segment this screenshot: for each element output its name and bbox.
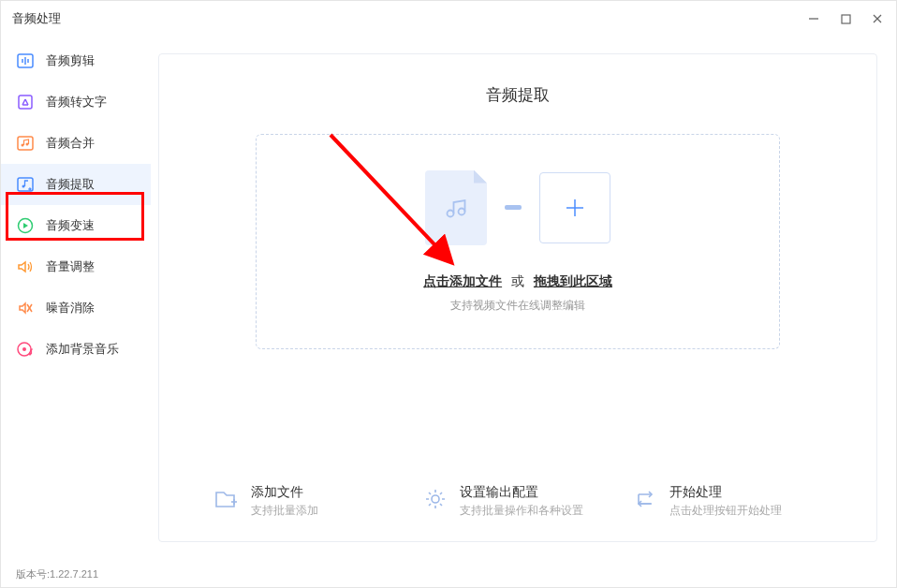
drag-text: 拖拽到此区域	[534, 273, 612, 288]
sidebar: 音频剪辑 音频转文字 音频合并 音频提取 音频变速	[1, 37, 151, 561]
version-value: 1.22.7.211	[50, 568, 98, 580]
action-title: 添加文件	[251, 484, 318, 501]
sidebar-item-audio-speed[interactable]: 音频变速	[1, 205, 151, 246]
drop-zone-graphic	[425, 170, 610, 245]
maximize-button[interactable]	[838, 11, 853, 26]
process-icon	[632, 486, 658, 512]
file-icon	[425, 170, 487, 245]
svg-rect-1	[842, 15, 850, 23]
sidebar-item-audio-merge[interactable]: 音频合并	[1, 123, 151, 164]
sidebar-item-volume-adjust[interactable]: 音量调整	[1, 246, 151, 287]
action-output-config[interactable]: 设置输出配置 支持批量操作和各种设置	[422, 484, 612, 519]
action-title: 设置输出配置	[460, 484, 583, 501]
svg-point-15	[22, 347, 26, 351]
sidebar-item-label: 音量调整	[46, 258, 95, 275]
window-controls	[806, 11, 885, 26]
add-file-icon	[213, 486, 240, 512]
drop-subtext: 支持视频文件在线调整编辑	[450, 298, 585, 314]
minimize-button[interactable]	[806, 11, 821, 26]
sidebar-item-label: 音频提取	[46, 176, 95, 193]
close-button[interactable]	[870, 11, 885, 26]
sidebar-item-label: 音频剪辑	[46, 52, 95, 69]
noise-remove-icon	[16, 299, 35, 317]
drop-zone[interactable]: 点击添加文件 或 拖拽到此区域 支持视频文件在线调整编辑	[256, 134, 780, 349]
sidebar-item-label: 音频合并	[46, 135, 95, 152]
sidebar-item-bgm[interactable]: 添加背景音乐	[1, 329, 151, 370]
volume-adjust-icon	[16, 257, 35, 276]
gear-icon	[422, 486, 448, 512]
svg-point-17	[448, 210, 454, 216]
svg-rect-5	[19, 96, 32, 109]
main-content: 音频提取 点击添加文件 或 拖拽到此区域	[151, 37, 896, 561]
sidebar-item-audio-extract[interactable]: 音频提取	[1, 164, 151, 205]
action-start-process[interactable]: 开始处理 点击处理按钮开始处理	[632, 484, 822, 519]
sidebar-item-noise-remove[interactable]: 噪音消除	[1, 287, 151, 329]
sidebar-item-label: 音频转文字	[46, 94, 107, 110]
sidebar-item-label: 噪音消除	[46, 300, 95, 316]
footer: 版本号:1.22.7.211	[1, 561, 896, 587]
window-title: 音频处理	[12, 10, 61, 27]
svg-rect-6	[18, 137, 33, 150]
content-panel: 音频提取 点击添加文件 或 拖拽到此区域	[158, 53, 877, 542]
action-sub: 点击处理按钮开始处理	[669, 503, 782, 519]
bgm-icon	[16, 340, 35, 359]
audio-merge-icon	[16, 134, 35, 153]
bottom-actions: 添加文件 支持批量添加 设置输出配置 支持批量操作和各种设置	[197, 484, 839, 522]
audio-cut-icon	[16, 51, 35, 70]
sidebar-item-label: 添加背景音乐	[46, 341, 119, 358]
drop-main-text: 点击添加文件 或 拖拽到此区域	[423, 273, 612, 290]
audio-to-text-icon	[16, 93, 35, 111]
svg-point-18	[459, 208, 465, 214]
audio-speed-icon	[16, 216, 35, 235]
drop-sep: 或	[511, 273, 524, 288]
svg-point-23	[432, 495, 439, 503]
sidebar-item-audio-to-text[interactable]: 音频转文字	[1, 81, 151, 123]
action-sub: 支持批量操作和各种设置	[460, 503, 583, 519]
action-sub: 支持批量添加	[251, 503, 318, 519]
action-title: 开始处理	[669, 484, 782, 501]
action-add-file[interactable]: 添加文件 支持批量添加	[213, 484, 404, 519]
page-title: 音频提取	[197, 84, 839, 106]
transfer-icon	[502, 203, 524, 213]
titlebar: 音频处理	[1, 1, 896, 37]
sidebar-item-label: 音频变速	[46, 217, 95, 234]
audio-extract-icon	[16, 175, 35, 194]
version-label: 版本号:	[16, 567, 50, 581]
click-add-text: 点击添加文件	[423, 273, 502, 288]
add-file-box	[539, 172, 610, 243]
sidebar-item-audio-cut[interactable]: 音频剪辑	[1, 40, 151, 81]
